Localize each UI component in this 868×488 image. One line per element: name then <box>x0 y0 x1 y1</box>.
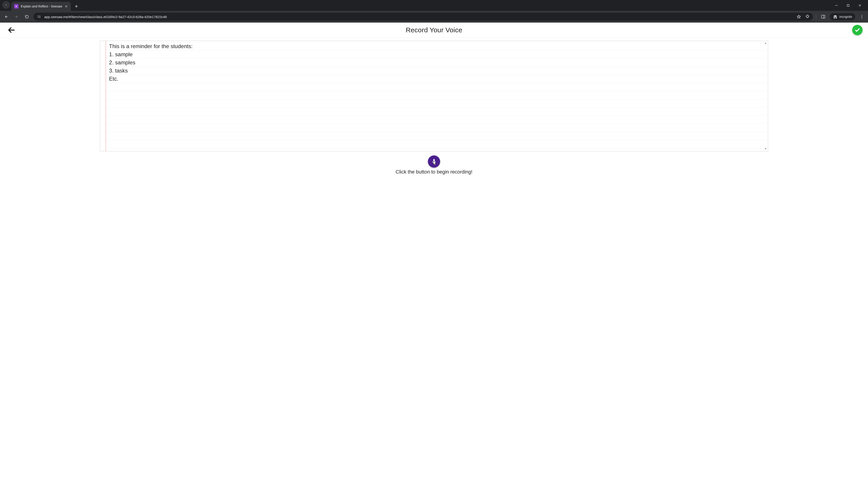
panel-icon <box>821 14 826 19</box>
tab-favicon: S <box>14 4 19 8</box>
svg-point-4 <box>862 15 862 16</box>
url-text: app.seesaw.me/#/item/new/class/class.e01… <box>44 15 794 19</box>
check-icon <box>855 27 860 33</box>
app-back-button[interactable] <box>6 25 16 35</box>
note-card[interactable]: This is a reminder for the students: 1. … <box>100 41 768 151</box>
arrow-right-icon <box>14 14 19 19</box>
tab-close-button[interactable] <box>64 4 68 8</box>
canvas-area: This is a reminder for the students: 1. … <box>0 37 868 488</box>
kebab-icon <box>860 15 864 19</box>
browser-menu-button[interactable] <box>858 13 866 21</box>
nav-back-button[interactable] <box>2 13 10 21</box>
maximize-icon <box>846 4 850 7</box>
window-close-button[interactable] <box>857 2 863 8</box>
incognito-badge[interactable]: Incognito <box>830 13 855 20</box>
arrow-left-icon <box>4 14 8 19</box>
incognito-icon <box>833 14 837 19</box>
side-panel-button[interactable] <box>819 13 827 21</box>
svg-point-1 <box>38 16 39 17</box>
close-icon <box>858 4 862 7</box>
confirm-button[interactable] <box>852 25 863 35</box>
microphone-icon <box>431 159 437 164</box>
tab-search-button[interactable] <box>2 1 10 9</box>
chevron-down-icon <box>4 3 8 6</box>
browser-tab[interactable]: S Explain and Reflect - Seesaw <box>11 2 71 11</box>
note-margin <box>100 41 106 151</box>
reload-icon <box>25 14 29 19</box>
nav-forward-button[interactable] <box>13 13 20 21</box>
page-title: Record Your Voice <box>406 26 462 34</box>
app-page: Record Your Voice This is a reminder for… <box>0 23 868 488</box>
record-caption: Click the button to begin recording! <box>396 169 472 175</box>
triangle-up-icon <box>765 42 767 44</box>
tune-icon <box>37 15 41 19</box>
plus-icon <box>74 4 78 8</box>
note-scroll-up[interactable] <box>764 42 767 44</box>
extensions-icon[interactable] <box>805 14 810 19</box>
incognito-label: Incognito <box>839 15 852 19</box>
record-button[interactable] <box>428 156 440 168</box>
bookmark-star-icon[interactable] <box>797 14 801 19</box>
note-text: This is a reminder for the students: 1. … <box>106 41 768 151</box>
triangle-down-icon <box>765 148 767 150</box>
svg-point-6 <box>862 18 862 18</box>
svg-rect-0 <box>847 4 849 6</box>
tab-strip: S Explain and Reflect - Seesaw <box>0 0 868 11</box>
record-area: Click the button to begin recording! <box>396 156 472 175</box>
new-tab-button[interactable] <box>73 3 80 10</box>
window-maximize-button[interactable] <box>845 2 851 8</box>
close-icon <box>65 5 68 8</box>
svg-rect-3 <box>822 15 825 18</box>
arrow-left-icon <box>7 26 15 34</box>
svg-point-2 <box>39 17 40 18</box>
nav-reload-button[interactable] <box>23 13 31 21</box>
browser-toolbar: app.seesaw.me/#/item/new/class/class.e01… <box>0 11 868 23</box>
minimize-icon <box>835 4 838 7</box>
tab-title: Explain and Reflect - Seesaw <box>21 4 62 8</box>
svg-point-5 <box>862 17 862 17</box>
app-header: Record Your Voice <box>0 23 868 37</box>
note-scroll-down[interactable] <box>764 148 767 150</box>
site-info-button[interactable] <box>37 14 41 19</box>
window-minimize-button[interactable] <box>833 2 839 8</box>
address-bar[interactable]: app.seesaw.me/#/item/new/class/class.e01… <box>33 13 813 21</box>
window-controls <box>833 0 867 11</box>
browser-chrome: S Explain and Reflect - Seesaw <box>0 0 868 23</box>
